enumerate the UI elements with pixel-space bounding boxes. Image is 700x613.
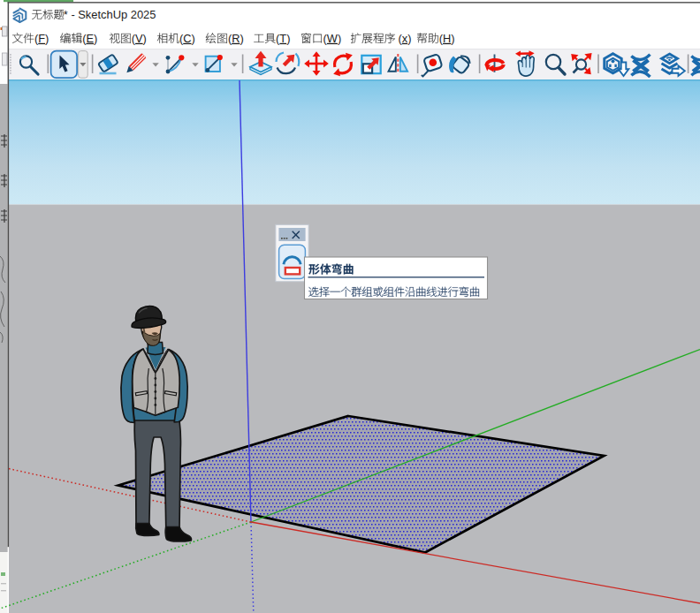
svg-text:(F): (F) [34, 32, 49, 45]
svg-text:(C): (C) [179, 32, 195, 45]
svg-text:(x): (x) [399, 32, 412, 45]
svg-text:(T): (T) [276, 32, 290, 45]
svg-text:(R): (R) [228, 32, 244, 45]
svg-text:(V): (V) [132, 32, 147, 45]
svg-text:(H): (H) [439, 32, 455, 45]
svg-text:(E): (E) [82, 32, 97, 45]
svg-text:(W): (W) [323, 32, 342, 45]
svg-text:* - SketchUp 2025: * - SketchUp 2025 [64, 8, 156, 21]
